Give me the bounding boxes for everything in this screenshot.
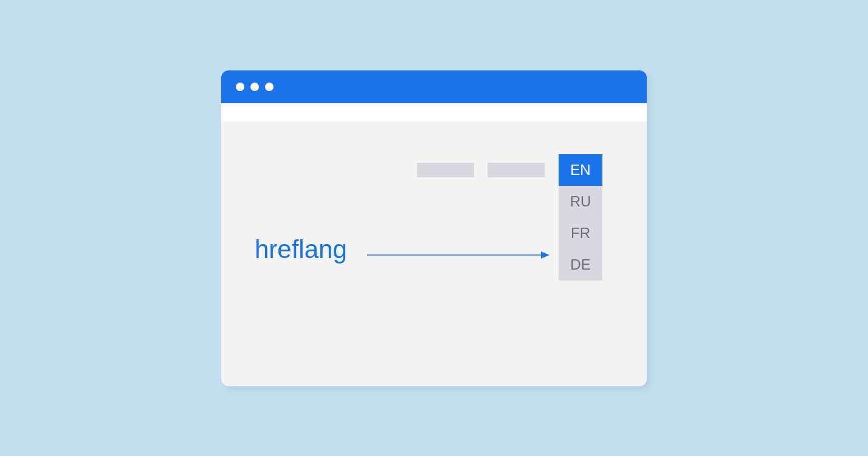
svg-marker-1: [541, 251, 549, 259]
language-option-de[interactable]: DE: [559, 249, 602, 281]
window-control-dot[interactable]: [250, 83, 259, 91]
browser-window: EN RU FR DE hreflang: [221, 70, 647, 386]
language-option-ru[interactable]: RU: [559, 186, 602, 217]
hreflang-label: hreflang: [255, 235, 347, 264]
nav-placeholder: [487, 163, 545, 177]
language-option-en[interactable]: EN: [559, 154, 602, 186]
window-title-bar: [221, 70, 647, 103]
arrow-icon: [367, 246, 549, 264]
content-area: EN RU FR DE hreflang: [221, 121, 647, 386]
url-bar: [221, 103, 647, 121]
language-dropdown[interactable]: EN RU FR DE: [559, 154, 602, 281]
window-control-dot[interactable]: [265, 83, 274, 91]
language-option-fr[interactable]: FR: [559, 217, 602, 249]
window-control-dot[interactable]: [236, 83, 244, 91]
nav-placeholder: [417, 163, 474, 177]
